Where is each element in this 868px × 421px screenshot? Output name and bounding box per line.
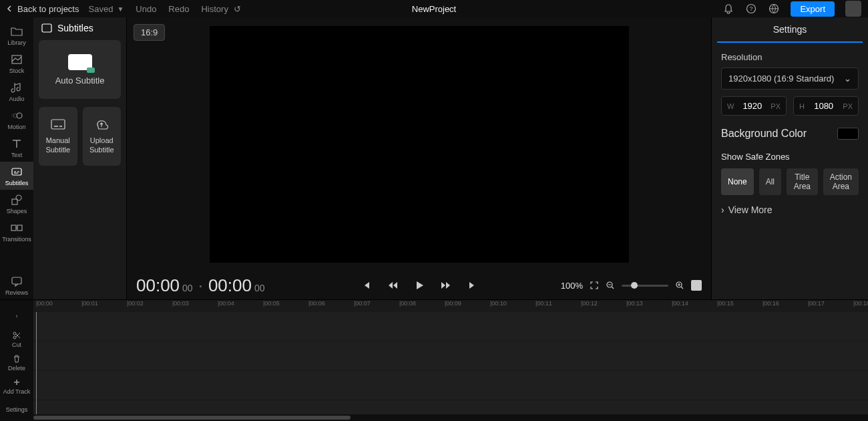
subtitles-panel: Subtitles Auto Subtitle Manual Subtitle … [33, 17, 127, 299]
sidebar-item-motion[interactable]: Motion [0, 106, 33, 134]
language-icon[interactable] [768, 3, 780, 15]
skip-start-button[interactable] [359, 278, 373, 293]
zoom-in-icon[interactable] [675, 281, 684, 290]
sidebar-item-reviews[interactable]: Reviews [0, 271, 33, 299]
bg-color-swatch[interactable] [837, 128, 859, 140]
zoom-out-icon[interactable] [606, 281, 615, 290]
ruler-tick: |00:03 [172, 300, 189, 307]
auto-subtitle-tile[interactable]: Auto Subtitle [39, 40, 121, 99]
preview-area: 16:9 00:00 00 · 00:00 00 100% [127, 17, 711, 299]
delete-tool[interactable]: Delete [8, 351, 25, 374]
zoom-controls: 100% [561, 280, 702, 291]
redo-button[interactable]: Redo [168, 4, 189, 14]
video-canvas[interactable] [210, 26, 629, 263]
sidebar-label: Shapes [7, 208, 27, 215]
track-row[interactable] [33, 371, 868, 400]
ruler-tick: |00:14 [672, 300, 688, 307]
zoom-percent[interactable]: 100% [561, 281, 583, 291]
timeline-scrollbar[interactable] [33, 414, 868, 421]
play-button[interactable] [412, 278, 427, 293]
timecode-display: 00:00 00 · 00:00 00 [136, 275, 265, 296]
sidebar-item-subtitles[interactable]: Subtitles [0, 162, 33, 190]
width-value: 1920 [738, 101, 767, 111]
ruler-tick: |00:01 [81, 300, 98, 307]
delete-label: Delete [8, 365, 25, 372]
svg-rect-10 [11, 225, 16, 231]
bg-color-label: Background Color [721, 128, 807, 140]
cut-tool[interactable]: Cut [12, 327, 21, 351]
safe-title-button[interactable]: Title Area [787, 168, 818, 195]
playhead[interactable] [36, 312, 37, 414]
svg-rect-11 [17, 225, 22, 231]
timeline-settings-tool[interactable]: Settings [6, 398, 28, 421]
upload-icon [93, 118, 110, 130]
svg-point-18 [13, 336, 16, 339]
skip-end-button[interactable] [465, 278, 480, 293]
auto-cc-icon [68, 54, 92, 70]
manual-subtitle-label: Manual Subtitle [43, 136, 73, 155]
timeline-expand-button[interactable]: › [16, 304, 18, 327]
px-unit: PX [843, 102, 853, 110]
svg-rect-12 [12, 277, 21, 284]
sidebar-item-shapes[interactable]: Shapes [0, 190, 33, 218]
chevron-right-icon: › [721, 204, 724, 215]
svg-rect-7 [12, 168, 21, 175]
project-name[interactable]: NewProject [412, 4, 456, 14]
safe-all-button[interactable]: All [759, 168, 781, 195]
text-icon [10, 137, 23, 150]
ruler-tick: |00:15 [717, 300, 734, 307]
track-row[interactable] [33, 341, 868, 371]
timeline-settings-label: Settings [6, 406, 28, 413]
height-input[interactable]: H 1080 PX [793, 96, 859, 116]
ruler-tick: |00:05 [263, 300, 280, 307]
zoom-slider[interactable] [622, 285, 668, 287]
stock-icon [10, 53, 23, 66]
back-chevron-icon[interactable] [7, 5, 13, 12]
manual-subtitle-tile[interactable]: Manual Subtitle [39, 107, 77, 166]
avatar[interactable] [845, 1, 861, 17]
settings-tab[interactable]: Settings [717, 17, 863, 43]
aspect-ratio-badge[interactable]: 16:9 [134, 24, 165, 41]
timeline-tracks-area: |00:00|00:01|00:02|00:03|00:04|00:05|00:… [33, 300, 868, 421]
timeline-scrollbar-thumb[interactable] [33, 416, 351, 420]
resolution-select[interactable]: 1920x1080 (16:9 Standard) ⌄ [721, 67, 859, 90]
cc-icon [41, 23, 52, 33]
sidebar-item-text[interactable]: Text [0, 134, 33, 162]
svg-text:?: ? [750, 5, 753, 12]
current-time: 00:00 [136, 275, 180, 296]
history-button[interactable]: History ↺ [201, 4, 240, 14]
export-button[interactable]: Export [791, 1, 835, 17]
forward-button[interactable] [439, 278, 453, 293]
back-to-projects-link[interactable]: Back to projects [17, 4, 79, 14]
view-more-toggle[interactable]: › View More [721, 204, 859, 215]
notifications-icon[interactable] [722, 3, 734, 15]
zoom-slider-thumb[interactable] [631, 282, 638, 289]
sidebar-item-transitions[interactable]: Transitions [0, 218, 33, 246]
view-more-label: View More [728, 204, 773, 215]
add-track-tool[interactable]: Add Track [3, 374, 31, 398]
safe-none-button[interactable]: None [721, 168, 754, 195]
fullscreen-icon[interactable] [590, 281, 599, 290]
safe-action-button[interactable]: Action Area [823, 168, 859, 195]
total-time: 00:00 [208, 275, 252, 296]
timeline-tracks[interactable] [33, 312, 868, 414]
ruler-tick: |00:11 [535, 300, 552, 307]
settings-panel: Settings Resolution 1920x1080 (16:9 Stan… [711, 17, 868, 299]
help-icon[interactable]: ? [745, 3, 757, 15]
left-sidebar: Library Stock Audio Motion Text Subtitle… [0, 17, 33, 299]
width-input[interactable]: W 1920 PX [721, 96, 787, 116]
sidebar-item-audio[interactable]: Audio [0, 78, 33, 106]
sidebar-item-library[interactable]: Library [0, 21, 33, 49]
svg-rect-14 [51, 120, 65, 129]
fit-button[interactable] [691, 280, 702, 291]
canvas-wrap [127, 17, 711, 271]
sidebar-item-stock[interactable]: Stock [0, 49, 33, 78]
ruler-tick: |00:13 [626, 300, 643, 307]
timeline-ruler[interactable]: |00:00|00:01|00:02|00:03|00:04|00:05|00:… [33, 300, 868, 312]
saved-dropdown-caret-icon[interactable]: ▼ [117, 5, 124, 13]
rewind-button[interactable] [385, 278, 400, 293]
track-row[interactable] [33, 312, 868, 341]
undo-button[interactable]: Undo [136, 4, 156, 14]
sidebar-label: Library [7, 39, 26, 46]
upload-subtitle-tile[interactable]: Upload Subtitle [83, 107, 122, 166]
